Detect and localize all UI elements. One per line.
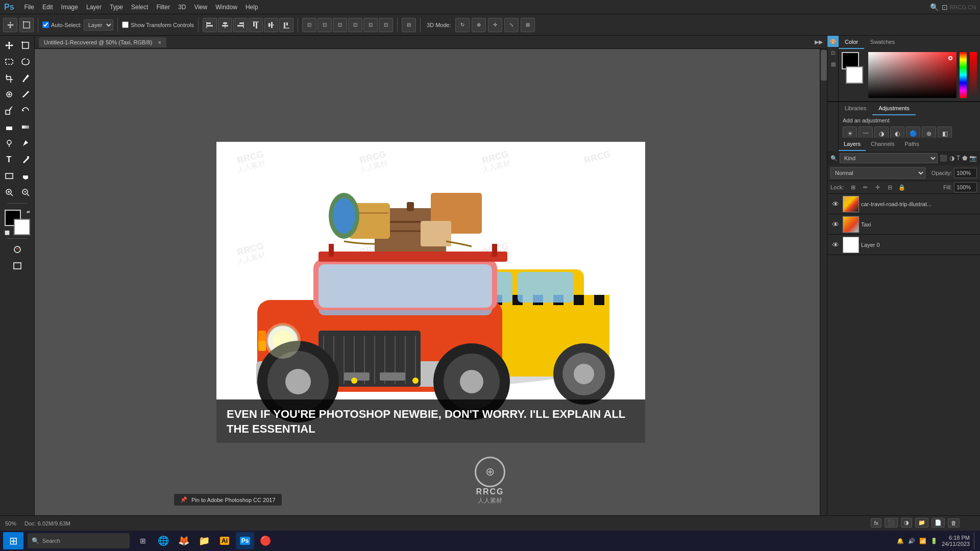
lock-all-icon[interactable]: 🔒: [897, 182, 907, 192]
artboard-tool-button[interactable]: [19, 18, 34, 32]
document-tab-active[interactable]: Untitled-1-Recovered @ 50% (Taxi, RGB/8)…: [39, 37, 166, 47]
screen-mode-icon[interactable]: [10, 258, 25, 273]
align-top-button[interactable]: [249, 18, 263, 32]
taskbar-firefox-icon[interactable]: 🦊: [175, 532, 193, 549]
taskbar-illustrator-icon[interactable]: Ai: [215, 532, 234, 549]
default-colors-icon[interactable]: ⬜: [5, 231, 10, 235]
adjustments-panel-icon[interactable]: ⊡: [827, 47, 839, 58]
canvas-content[interactable]: RRCG 人人素材 RRCG 人人素材 RRCG 人人素材 RRCG RRCG …: [35, 49, 827, 536]
layers-icon-group[interactable]: 📁: [915, 518, 928, 528]
layer-item-layer0[interactable]: 👁 Layer 0: [827, 235, 980, 255]
canvas-scrollbar-v[interactable]: [820, 49, 827, 529]
align-middle-v-button[interactable]: [264, 18, 278, 32]
pixel-filter-icon[interactable]: ⬛: [940, 155, 947, 162]
text-tool[interactable]: T: [2, 152, 17, 167]
lasso-tool[interactable]: [18, 54, 33, 69]
clock-date[interactable]: 6:18 PM 24/11/2023: [942, 535, 970, 547]
paths-tab[interactable]: Paths: [900, 138, 924, 151]
zoom-out-tool[interactable]: [18, 185, 33, 200]
menu-type[interactable]: Type: [106, 3, 127, 12]
blend-mode-select[interactable]: Normal: [830, 167, 925, 179]
3d-scale-button[interactable]: ⊞: [521, 18, 535, 32]
align-right-button[interactable]: [233, 18, 248, 32]
type-filter-icon[interactable]: T: [957, 155, 960, 162]
network-icon[interactable]: 📶: [919, 538, 926, 544]
rectangle-tool[interactable]: [2, 168, 17, 184]
task-view-button[interactable]: ⊞: [134, 532, 152, 549]
lock-image-icon[interactable]: ✏: [860, 182, 870, 192]
eraser-tool[interactable]: [2, 119, 17, 135]
zoom-tool[interactable]: [2, 185, 17, 200]
layer-item-taxi[interactable]: 👁 Taxi: [827, 214, 980, 235]
show-desktop-button[interactable]: [974, 532, 977, 549]
distribute-bottom-button[interactable]: ⊡: [379, 18, 393, 32]
align-bottom-button[interactable]: [279, 18, 293, 32]
hue-slider[interactable]: [960, 52, 967, 98]
brush-tool[interactable]: [18, 87, 33, 102]
path-selection-tool[interactable]: [18, 152, 33, 167]
distribute-center-h-button[interactable]: ⊡: [317, 18, 332, 32]
align-center-h-button[interactable]: [218, 18, 232, 32]
layers-icon-fx[interactable]: fx: [871, 518, 881, 528]
workspace-icon[interactable]: ⊡: [942, 3, 948, 11]
background-color[interactable]: [14, 219, 30, 235]
menu-edit[interactable]: Edit: [38, 3, 57, 12]
speaker-icon[interactable]: 🔊: [908, 538, 915, 544]
distribute-top-button[interactable]: ⊡: [348, 18, 362, 32]
layers-side-icon[interactable]: ▤: [827, 58, 839, 69]
search-icon[interactable]: 🔍: [930, 3, 939, 11]
history-brush-tool[interactable]: [18, 103, 33, 118]
battery-icon[interactable]: 🔋: [930, 538, 938, 544]
taskbar-edge-icon[interactable]: 🌐: [154, 532, 173, 549]
lock-position-icon[interactable]: ✛: [872, 182, 883, 192]
quick-mask-mode-icon[interactable]: [10, 242, 25, 257]
vscroll-thumb[interactable]: [821, 50, 827, 81]
collapse-panels-icon[interactable]: ▶▶: [815, 39, 823, 45]
hand-tool[interactable]: [18, 168, 33, 184]
layer-visibility-2[interactable]: 👁: [830, 219, 841, 230]
clone-stamp-tool[interactable]: [2, 103, 17, 118]
align-left-button[interactable]: [203, 18, 217, 32]
close-tab-icon[interactable]: ×: [158, 39, 161, 45]
menu-filter[interactable]: Filter: [152, 3, 174, 12]
distribute-middle-v-button[interactable]: ⊡: [363, 18, 378, 32]
pen-tool[interactable]: [18, 136, 33, 151]
lock-pixels-icon[interactable]: ⊞: [848, 182, 858, 192]
shape-filter-icon[interactable]: ⬟: [962, 155, 967, 162]
adjustments-tab[interactable]: Adjustments: [872, 102, 916, 115]
move-tool[interactable]: [2, 38, 17, 53]
taskbar-files-icon[interactable]: 📁: [195, 532, 213, 549]
healing-brush-tool[interactable]: [2, 87, 17, 102]
libraries-tab[interactable]: Libraries: [839, 102, 872, 115]
taskbar-red-app-icon[interactable]: 🔴: [256, 532, 275, 549]
layer-visibility-3[interactable]: 👁: [830, 240, 841, 250]
artboard-tool[interactable]: [18, 38, 33, 53]
color-tab[interactable]: Color: [839, 36, 864, 49]
menu-view[interactable]: View: [190, 3, 211, 12]
color-panel-icon[interactable]: 🎨: [827, 36, 839, 47]
notification-area[interactable]: 🔔: [897, 538, 904, 544]
gradient-tool[interactable]: [18, 119, 33, 135]
layer-kind-select[interactable]: Kind: [840, 153, 938, 163]
color-saturation-field[interactable]: [868, 52, 957, 98]
opacity-slider[interactable]: [970, 52, 977, 98]
layers-icon-delete[interactable]: 🗑: [948, 518, 960, 528]
distribute-left-button[interactable]: ⊡: [302, 18, 316, 32]
move-tool-button[interactable]: [3, 18, 17, 32]
layers-icon-adj[interactable]: ◑: [901, 518, 912, 528]
menu-file[interactable]: File: [20, 3, 38, 12]
layer-select[interactable]: Layer: [84, 19, 113, 31]
taskbar-search[interactable]: 🔍 Search: [28, 533, 130, 548]
menu-layer[interactable]: Layer: [82, 3, 106, 12]
crop-tool[interactable]: [2, 70, 17, 86]
taskbar-photoshop-icon[interactable]: Ps: [236, 532, 254, 549]
color-background-swatch[interactable]: [846, 66, 863, 84]
rectangular-marquee-tool[interactable]: [2, 54, 17, 69]
transform-controls-checkbox[interactable]: [122, 21, 129, 28]
auto-select-checkbox[interactable]: [42, 21, 49, 28]
3d-roll-button[interactable]: ⊕: [472, 18, 486, 32]
layers-icon-new[interactable]: 📄: [932, 518, 945, 528]
layers-icon-mask[interactable]: ⬛: [885, 518, 898, 528]
swatches-tab[interactable]: Swatches: [864, 36, 901, 49]
3d-slide-button[interactable]: ⤡: [504, 18, 519, 32]
